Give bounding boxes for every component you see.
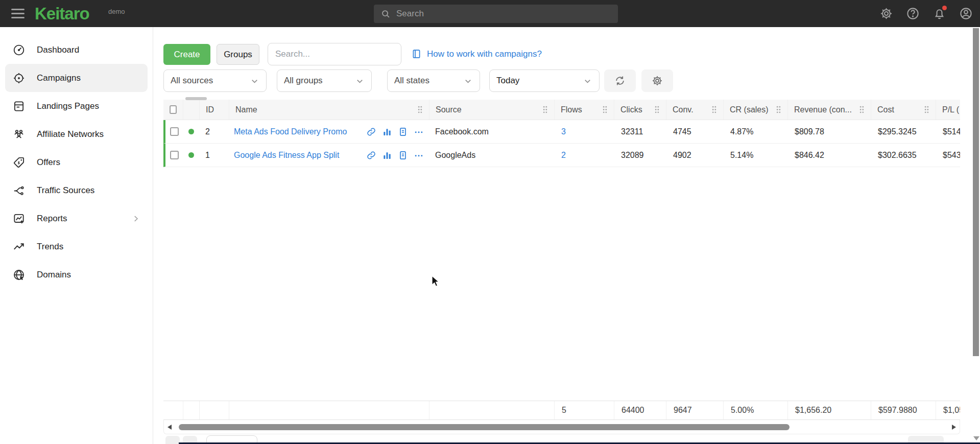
horizontal-scrollbar-thumb[interactable] [179,424,790,430]
status-active-dot [188,129,194,134]
row-checkbox[interactable] [170,127,179,136]
campaign-name-link[interactable]: Meta Ads Food Delivery Promo [234,127,347,136]
column-header-cr[interactable]: CR (sales) [723,100,787,120]
chevron-down-icon [583,76,592,86]
campaigns-search-input[interactable] [268,43,401,65]
sidebar-item-affiliate-networks[interactable]: Affiliate Networks [5,120,148,148]
totals-cost: $597.9880 [871,401,936,419]
campaign-log-icon[interactable] [398,127,408,137]
vertical-scrollbar-thumb[interactable] [973,28,979,356]
chevron-right-icon [131,214,140,223]
table-empty-area [163,167,960,401]
sidebar-item-label: Affiliate Networks [37,129,104,139]
table-row: 1 Google Ads Fitness App Split GoogleAds… [163,144,960,167]
totals-clicks: 64400 [614,401,666,419]
sidebar-item-label: Trends [37,242,63,252]
row-checkbox[interactable] [170,151,179,159]
scroll-down-arrow[interactable] [973,436,979,440]
landings-pages-icon [12,100,26,113]
drag-handle-icon[interactable] [602,105,608,114]
drag-handle-icon[interactable] [776,105,781,114]
campaign-log-icon[interactable] [398,150,408,160]
campaign-stats-icon[interactable] [382,127,392,137]
revenue-value: $846.42 [787,151,871,160]
refresh-button[interactable] [604,69,636,92]
settings-gear-icon[interactable] [879,7,893,20]
totals-revenue: $1,656.20 [787,401,871,419]
book-icon [411,49,422,59]
drag-handle-icon[interactable] [542,105,548,114]
groups-filter-dropdown[interactable]: All groups [277,69,372,92]
flows-count-link[interactable]: 2 [561,151,566,159]
scroll-right-arrow[interactable] [952,425,956,430]
groups-button[interactable]: Groups [217,44,259,65]
select-all-cell [163,100,183,120]
totals-row: 5 64400 9647 5.00% $1,656.20 $597.9880 $… [163,401,960,420]
sidebar-item-domains[interactable]: Domains [5,261,148,289]
groups-filter-value: All groups [284,76,323,86]
affiliate-networks-icon [12,128,26,141]
drag-handle-icon[interactable] [859,105,865,114]
global-search[interactable] [374,5,618,23]
drag-handle-icon[interactable] [417,105,423,114]
help-icon[interactable] [906,7,920,20]
sidebar-item-dashboard[interactable]: Dashboard [5,36,148,64]
sidebar-item-offers[interactable]: Offers [5,148,148,176]
sidebar-item-label: Landings Pages [37,101,99,111]
campaign-name-link[interactable]: Google Ads Fitness App Split [234,151,339,160]
campaign-source: GoogleAds [429,151,554,160]
cr-value: 4.87% [723,127,787,136]
table-row: 2 Meta Ads Food Delivery Promo Facebook.… [163,120,960,144]
sidebar-item-trends[interactable]: Trends [5,232,148,261]
sidebar-item-label: Offers [37,157,60,168]
pl-value: $543 [936,151,960,160]
create-button[interactable]: Create [163,44,210,65]
horizontal-scrollbar[interactable] [163,420,960,434]
column-header-clicks[interactable]: Clicks [614,100,666,120]
sources-filter-dropdown[interactable]: All sources [163,69,267,92]
offers-tag-icon [12,156,26,169]
app-logo[interactable]: Keitaro [35,4,89,24]
campaign-link-icon[interactable] [366,127,376,137]
global-search-input[interactable] [396,9,601,19]
more-actions-icon[interactable] [414,150,424,160]
column-header-pl[interactable]: P/L ( [936,100,960,120]
sidebar-item-reports[interactable]: Reports [5,204,148,232]
campaign-source: Facebook.com [429,127,554,136]
drag-handle-icon[interactable] [711,105,717,114]
table-header-row: ID Name Source Flows Clicks Conv. [163,100,960,120]
notifications-bell-icon[interactable] [933,7,946,20]
sidebar-item-campaigns[interactable]: Campaigns [5,64,148,92]
scroll-left-arrow[interactable] [168,425,172,430]
drag-handle-icon[interactable] [654,105,660,114]
select-all-checkbox[interactable] [170,105,177,114]
sidebar-item-traffic-sources[interactable]: Traffic Sources [5,176,148,204]
campaign-link-icon[interactable] [366,150,376,160]
states-filter-dropdown[interactable]: All states [387,69,480,92]
campaign-id: 2 [199,127,229,136]
column-header-conv[interactable]: Conv. [666,100,723,120]
date-range-dropdown[interactable]: Today [489,69,600,92]
status-active-dot [188,152,194,158]
column-header-name[interactable]: Name [229,100,429,120]
column-resize-indicator[interactable] [185,97,207,100]
column-header-flows[interactable]: Flows [554,100,614,120]
sidebar-item-landings-pages[interactable]: Landings Pages [5,92,148,120]
sidebar-item-label: Reports [37,214,67,224]
pagination-prev-button[interactable] [165,436,180,444]
column-header-source[interactable]: Source [429,100,554,120]
table-settings-button[interactable] [641,69,673,92]
more-actions-icon[interactable] [414,127,424,137]
column-header-revenue[interactable]: Revenue (con... [787,100,871,120]
clicks-value: 32089 [614,151,666,160]
column-header-cost[interactable]: Cost [871,100,936,120]
drag-handle-icon[interactable] [924,105,929,114]
totals-conv: 9647 [666,401,723,419]
campaign-stats-icon[interactable] [382,150,392,160]
account-icon[interactable] [959,7,973,20]
column-header-id[interactable]: ID [199,100,229,120]
hamburger-menu-icon[interactable] [11,9,25,18]
env-label: demo [108,8,125,15]
how-to-work-link[interactable]: How to work with campaigns? [427,49,542,59]
flows-count-link[interactable]: 3 [561,127,566,136]
